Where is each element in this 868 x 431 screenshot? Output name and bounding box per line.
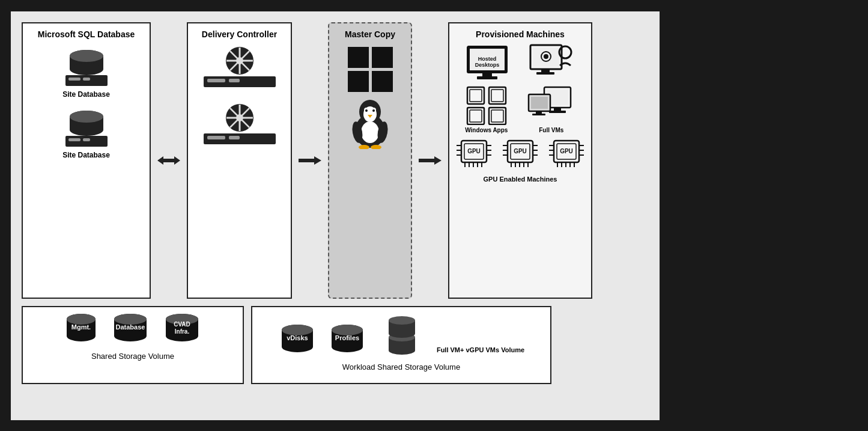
svg-rect-76 xyxy=(549,111,566,113)
svg-rect-61 xyxy=(536,72,554,75)
gpu-svg-3: GPU xyxy=(549,138,584,170)
full-vm-label: Full VM+ vGPU VMs Volume xyxy=(437,346,524,355)
right-arrow-svg-2 xyxy=(419,155,442,166)
svg-rect-22 xyxy=(207,79,225,82)
svg-point-43 xyxy=(365,109,368,112)
stacked-cylinders-svg xyxy=(378,313,426,355)
svg-rect-34 xyxy=(348,47,369,68)
db1-label: Site Database xyxy=(62,90,110,99)
gpu-item-1: GPU xyxy=(457,138,491,170)
dc-box: Delivery Controller xyxy=(187,22,292,299)
master-title: Master Copy xyxy=(345,29,395,39)
linux-penguin xyxy=(348,95,393,149)
svg-rect-57 xyxy=(477,76,497,79)
person-screen-svg xyxy=(529,44,574,81)
db-icon-2: Site Database xyxy=(62,109,111,159)
svg-rect-68 xyxy=(491,90,503,102)
svg-rect-5 xyxy=(68,78,80,81)
svg-rect-23 xyxy=(229,79,240,82)
vdisks-cylinder-svg: vDisks xyxy=(278,324,317,355)
windows-apps-svg xyxy=(466,86,507,125)
workload-storage-label: Workload Shared Storage Volume xyxy=(342,362,460,371)
profiles-cylinder-svg: Profiles xyxy=(328,324,367,355)
shared-storage-label: Shared Storage Volume xyxy=(91,352,174,361)
dc-server-svg-2 xyxy=(198,101,282,146)
mgmt-cylinder-svg: Mgmt. xyxy=(63,313,99,344)
full-vms-svg xyxy=(527,86,575,125)
svg-marker-14 xyxy=(157,156,180,165)
right-arrow-svg-1 xyxy=(299,155,321,166)
gpu-svg-1: GPU xyxy=(457,138,491,170)
svg-rect-72 xyxy=(491,110,503,122)
db2-label: Site Database xyxy=(62,151,110,159)
svg-point-44 xyxy=(372,109,375,112)
svg-text:GPU: GPU xyxy=(560,148,573,154)
sql-dc-arrow xyxy=(157,152,181,169)
workload-storage-row: vDisks Profiles xyxy=(278,313,524,355)
database-cylinder-svg: Database xyxy=(110,313,151,344)
bottom-section: Mgmt. Database xyxy=(22,306,649,384)
vdisks-storage-item: vDisks xyxy=(278,324,317,355)
hosted-desktops-svg: Hosted Desktops xyxy=(466,45,508,81)
windows-apps-label: Windows Apps xyxy=(465,127,508,133)
svg-text:GPU: GPU xyxy=(467,148,481,154)
sql-box: Microsoft SQL Database Site Database xyxy=(22,22,151,299)
double-arrow-svg xyxy=(157,152,180,169)
svg-point-154 xyxy=(389,316,415,325)
pm-title: Provisioned Machines xyxy=(455,29,585,39)
svg-rect-66 xyxy=(470,90,482,102)
svg-text:Database: Database xyxy=(116,323,145,331)
svg-text:Infra.: Infra. xyxy=(175,328,190,335)
svg-rect-70 xyxy=(470,110,482,122)
svg-point-146 xyxy=(332,341,363,352)
gpu-item-2: GPU xyxy=(503,138,538,170)
svg-rect-60 xyxy=(541,69,550,72)
workload-storage-box: vDisks Profiles xyxy=(251,306,551,384)
svg-text:Desktops: Desktops xyxy=(475,62,499,68)
svg-marker-33 xyxy=(299,156,321,165)
master-pm-arrow xyxy=(418,155,442,166)
svg-point-130 xyxy=(114,331,147,341)
top-section: Microsoft SQL Database Site Database xyxy=(22,22,649,299)
svg-text:Mgmt.: Mgmt. xyxy=(71,323,91,331)
full-vms-label: Full VMs xyxy=(539,127,563,133)
master-box: Master Copy xyxy=(328,22,412,299)
dc-server-svg-1 xyxy=(198,44,282,89)
full-vms-item: Full VMs xyxy=(527,86,575,133)
dc-server-2 xyxy=(198,101,282,148)
pm-row-1: Hosted Desktops xyxy=(455,44,585,81)
server-db-svg-2 xyxy=(62,109,111,148)
svg-rect-37 xyxy=(372,71,393,92)
svg-rect-6 xyxy=(83,78,90,81)
windows-apps-item: Windows Apps xyxy=(465,86,508,133)
database-storage-item: Database xyxy=(110,313,151,344)
windows-logo xyxy=(345,44,396,95)
gpu-item-3: GPU xyxy=(549,138,584,170)
server-db-svg-1 xyxy=(62,49,111,88)
svg-rect-32 xyxy=(229,136,240,139)
svg-text:Profiles: Profiles xyxy=(335,334,359,341)
gpu-svg-2: GPU xyxy=(503,138,538,170)
svg-point-2 xyxy=(70,63,103,75)
dc-master-arrow xyxy=(298,155,322,166)
svg-point-10 xyxy=(70,111,103,123)
svg-text:vDisks: vDisks xyxy=(287,334,308,341)
svg-point-9 xyxy=(70,124,103,136)
svg-text:Hosted: Hosted xyxy=(478,56,496,62)
cvad-cylinder-svg: CVAD Infra. xyxy=(162,313,202,344)
shared-storage-row: Mgmt. Database xyxy=(63,313,202,344)
svg-point-141 xyxy=(282,341,313,352)
svg-point-125 xyxy=(67,331,96,341)
dc-server-1 xyxy=(198,44,282,91)
svg-rect-56 xyxy=(482,73,492,76)
pm-row-3: GPU xyxy=(455,138,585,170)
stacked-cylinders-item xyxy=(378,313,426,355)
svg-text:CVAD: CVAD xyxy=(174,321,190,328)
pm-row-2: Windows Apps xyxy=(455,86,585,133)
svg-rect-78 xyxy=(531,97,548,109)
full-vm-storage-item: Full VM+ vGPU VMs Volume xyxy=(437,346,524,355)
svg-rect-35 xyxy=(372,47,393,68)
svg-rect-13 xyxy=(83,138,90,141)
svg-rect-31 xyxy=(207,136,225,139)
pm-box: Provisioned Machines Hosted Desktops xyxy=(448,22,592,299)
